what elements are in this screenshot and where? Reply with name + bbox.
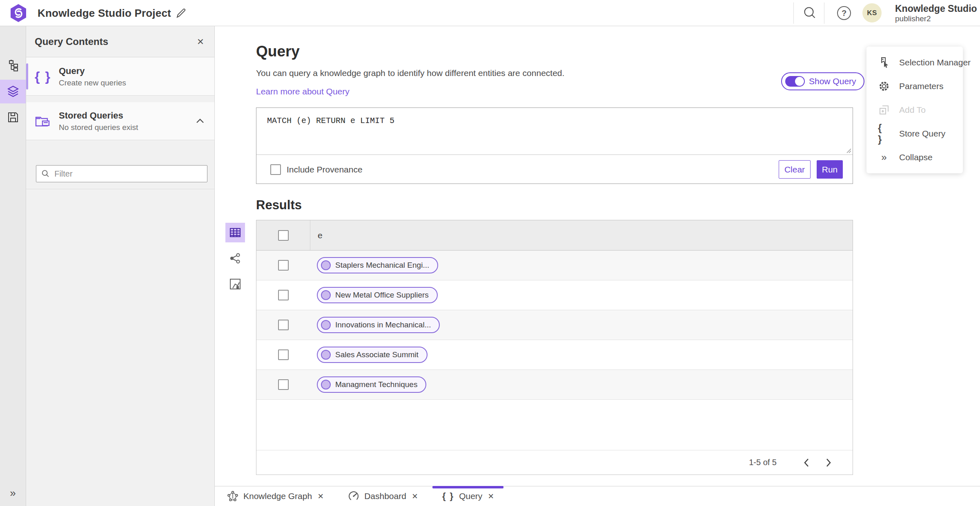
map-icon [229, 278, 241, 290]
dashboard-icon [348, 490, 359, 502]
entity-dot-icon [321, 320, 331, 330]
graph-view-button[interactable] [225, 249, 245, 268]
avatar[interactable]: KS [862, 3, 882, 22]
close-icon[interactable]: × [412, 491, 418, 501]
header-bar: Knowledge Studio Project ? KS Knowledge … [0, 0, 980, 26]
menu-item-collapse[interactable]: » Collapse [866, 146, 963, 169]
table-row: Managment Techniques [256, 370, 853, 400]
header-divider [793, 2, 794, 24]
menu-item-add-to: Add To [866, 98, 963, 122]
table-icon [229, 226, 241, 239]
panel-item-title: Stored Queries [59, 110, 196, 121]
panel-item-stored-queries[interactable]: Stored Queries No stored queries exist [26, 102, 214, 140]
panel-header: Query Contents × [26, 26, 214, 57]
menu-item-selection-manager[interactable]: Selection Manager [866, 51, 963, 74]
rail-item-save[interactable] [0, 105, 26, 129]
search-icon [41, 169, 49, 178]
panel-title: Query Contents [35, 36, 108, 47]
menu-item-label: Selection Manager [899, 58, 971, 67]
help-icon[interactable]: ? [836, 5, 852, 21]
search-icon[interactable] [802, 5, 817, 21]
tab-label: Query [459, 491, 482, 501]
page-count: 1-5 of 5 [749, 458, 777, 467]
folder-icon [35, 114, 51, 128]
resize-grip[interactable] [845, 147, 852, 154]
query-footer: Include Provenance Clear Run [256, 155, 853, 184]
entity-label: New Metal Office Suppliers [335, 291, 429, 300]
include-provenance-checkbox[interactable] [270, 164, 281, 175]
avatar-initials: KS [867, 9, 877, 17]
filter-input[interactable] [54, 169, 202, 179]
expand-rail-button[interactable]: » [0, 484, 26, 502]
query-textarea[interactable]: MATCH (e) RETURN e LIMIT 5 [256, 108, 853, 155]
chevron-right-icon[interactable] [819, 453, 838, 472]
rail-item-hierarchy[interactable] [0, 54, 26, 78]
close-icon[interactable]: × [488, 491, 494, 501]
left-icon-rail: » [0, 26, 26, 506]
chevron-up-icon[interactable] [196, 118, 205, 124]
toggle-switch [785, 76, 805, 87]
row-checkbox[interactable] [278, 260, 289, 271]
query-description: You can query a knowledge graph to ident… [256, 68, 564, 78]
results-title: Results [256, 198, 302, 213]
panel-divider [26, 189, 214, 189]
close-icon[interactable]: × [318, 491, 323, 501]
row-checkbox[interactable] [278, 349, 289, 360]
entity-chip[interactable]: Sales Associate Summit [317, 347, 428, 363]
entity-dot-icon [321, 290, 331, 300]
entity-chip[interactable]: New Metal Office Suppliers [317, 287, 438, 303]
braces-icon: { } [878, 122, 890, 145]
save-icon [7, 111, 19, 123]
help-glyph: ? [842, 9, 846, 18]
map-view-button[interactable] [225, 274, 245, 294]
chevron-left-icon[interactable] [797, 453, 816, 472]
bottom-tab-bar: Knowledge Graph × Dashboard × { } Query … [215, 486, 980, 506]
table-row: New Metal Office Suppliers [256, 280, 853, 310]
table-row: Innovations in Mechanical... [256, 310, 853, 340]
layers-icon [7, 85, 20, 98]
page-title: Query [256, 43, 300, 60]
hierarchy-icon [7, 60, 19, 72]
entity-chip[interactable]: Innovations in Mechanical... [317, 317, 440, 333]
app-root: Knowledge Studio Project ? KS Knowledge … [0, 0, 980, 506]
rail-item-layers[interactable] [0, 80, 26, 103]
table-header-row: e [256, 220, 853, 251]
link-chart-icon [229, 252, 241, 264]
entity-chip[interactable]: Staplers Mechanical Engi... [317, 257, 438, 273]
entity-chip[interactable]: Managment Techniques [317, 376, 426, 393]
close-icon[interactable]: × [197, 36, 204, 47]
table-pagination: 1-5 of 5 [256, 450, 853, 475]
selection-manager-icon [878, 57, 890, 68]
row-checkbox[interactable] [278, 290, 289, 300]
learn-more-link[interactable]: Learn more about Query [256, 87, 350, 96]
table-view-button[interactable] [225, 223, 245, 242]
graph-icon [227, 490, 238, 502]
clear-button[interactable]: Clear [779, 160, 811, 179]
entity-label: Innovations in Mechanical... [335, 320, 431, 329]
query-contents-panel: Query Contents × { } Query Create new qu… [26, 26, 215, 506]
tab-knowledge-graph[interactable]: Knowledge Graph × [217, 486, 333, 506]
include-provenance-label: Include Provenance [287, 165, 363, 175]
entity-dot-icon [321, 380, 331, 390]
menu-item-label: Store Query [899, 129, 945, 139]
tab-label: Dashboard [364, 491, 406, 501]
tab-query[interactable]: { } Query × [432, 486, 503, 506]
run-button[interactable]: Run [817, 160, 843, 179]
header-divider [824, 2, 824, 24]
account-block[interactable]: Knowledge Studio publisher2 [895, 4, 977, 23]
row-checkbox[interactable] [278, 379, 289, 390]
edit-title-pencil-icon[interactable] [175, 7, 187, 19]
menu-item-parameters[interactable]: Parameters [866, 74, 963, 98]
menu-item-label: Add To [899, 105, 926, 115]
braces-icon: { } [442, 491, 454, 502]
entity-label: Staplers Mechanical Engi... [335, 261, 429, 270]
entity-label: Sales Associate Summit [335, 350, 419, 359]
show-query-toggle[interactable]: Show Query [781, 72, 864, 90]
select-all-checkbox[interactable] [278, 230, 289, 241]
query-actions-menu: Selection Manager Parameters Add To [866, 47, 963, 173]
results-view-toolbar [225, 223, 245, 294]
menu-item-store-query[interactable]: { } Store Query [866, 122, 963, 146]
row-checkbox[interactable] [278, 320, 289, 330]
panel-item-query[interactable]: { } Query Create new queries [26, 58, 214, 96]
tab-dashboard[interactable]: Dashboard × [338, 486, 428, 506]
